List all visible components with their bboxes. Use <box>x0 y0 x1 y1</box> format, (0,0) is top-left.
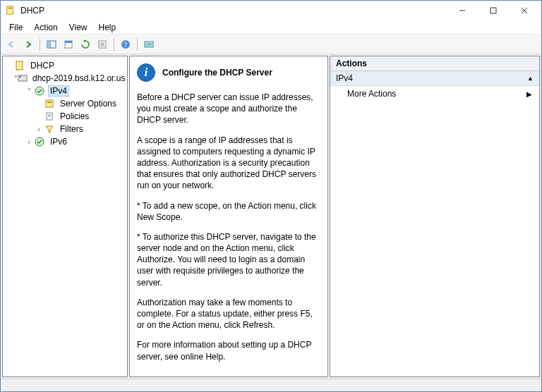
details-paragraph: * To add a new scope, on the Action menu… <box>137 200 318 223</box>
refresh-button[interactable] <box>78 37 93 52</box>
toolbar-separator <box>40 38 40 51</box>
help-button[interactable]: ? <box>118 37 133 52</box>
app-icon <box>5 5 16 16</box>
policies-icon <box>44 111 55 122</box>
menu-bar: File Action View Help <box>1 20 541 35</box>
tree-policies[interactable]: Policies <box>4 110 126 123</box>
tree-label: Policies <box>58 111 91 122</box>
title-bar: DHCP <box>1 1 541 20</box>
svg-rect-19 <box>16 61 23 70</box>
details-title: Configure the DHCP Server <box>162 68 272 78</box>
filters-icon <box>44 123 55 135</box>
tree-label: Server Options <box>58 98 119 109</box>
tree-root-dhcp[interactable]: DHCP <box>4 59 126 72</box>
details-paragraph: Authorization may take a few moments to … <box>137 297 318 331</box>
menu-action[interactable]: Action <box>28 21 63 34</box>
action-more-actions[interactable]: More Actions ▶ <box>330 86 539 102</box>
tree-ipv4[interactable]: ˅ IPv4 <box>4 85 126 97</box>
tree-label: DHCP <box>28 60 56 71</box>
menu-view[interactable]: View <box>64 21 93 34</box>
submenu-arrow-icon: ▶ <box>526 90 532 98</box>
expand-icon[interactable]: › <box>34 125 44 133</box>
window-buttons <box>447 1 540 20</box>
toolbar: ? <box>1 35 541 54</box>
actions-section-label: IPv4 <box>336 73 353 83</box>
collapse-icon: ▲ <box>527 75 534 82</box>
maximize-button[interactable] <box>478 1 509 20</box>
details-pane: i Configure the DHCP Server Before a DHC… <box>129 56 328 377</box>
tree-label: IPv4 <box>48 85 69 97</box>
show-hide-tree-button[interactable] <box>44 37 59 52</box>
svg-rect-0 <box>7 6 13 13</box>
manage-button[interactable] <box>141 37 157 52</box>
menu-file[interactable]: File <box>4 21 28 34</box>
details-header: i Configure the DHCP Server <box>137 63 318 82</box>
export-list-button[interactable] <box>95 37 110 52</box>
tree-label: dhcp-2019.bsd.k12.or.us <box>30 73 127 84</box>
svg-text:?: ? <box>124 41 128 49</box>
expand-icon[interactable]: › <box>24 138 34 146</box>
collapse-icon[interactable]: ˅ <box>24 87 34 95</box>
toolbar-separator <box>137 38 138 51</box>
ipv6-icon <box>34 136 45 147</box>
server-options-icon <box>44 98 55 109</box>
details-body: Before a DHCP server can issue IP addres… <box>137 92 318 362</box>
ipv4-icon <box>34 85 45 97</box>
svg-rect-18 <box>146 43 152 46</box>
svg-rect-1 <box>8 7 12 8</box>
actions-section-ipv4[interactable]: IPv4 ▲ <box>330 71 539 86</box>
menu-help[interactable]: Help <box>93 21 122 34</box>
tree-server[interactable]: ˅ dhcp-2019.bsd.k12.or.us <box>4 72 126 85</box>
details-paragraph: A scope is a range of IP addresses that … <box>137 135 318 192</box>
details-paragraph: Before a DHCP server can issue IP addres… <box>137 92 318 126</box>
svg-rect-3 <box>490 8 496 13</box>
status-bar <box>1 379 541 391</box>
tree-label: Filters <box>58 123 85 135</box>
toolbar-separator <box>114 38 114 51</box>
dhcp-icon <box>14 60 25 71</box>
tree: DHCP ˅ dhcp-2019.bsd.k12.or.us ˅ IPv4 Se… <box>4 59 126 148</box>
svg-rect-21 <box>19 76 21 78</box>
tree-server-options[interactable]: Server Options <box>4 97 126 110</box>
svg-rect-23 <box>46 100 53 107</box>
properties-button[interactable] <box>61 37 76 52</box>
info-icon: i <box>137 63 155 82</box>
tree-ipv6[interactable]: › IPv6 <box>4 135 126 148</box>
window-title: DHCP <box>20 6 447 16</box>
details-paragraph: * To authorize this DHCP server, navigat… <box>137 231 318 288</box>
tree-pane: DHCP ˅ dhcp-2019.bsd.k12.or.us ˅ IPv4 Se… <box>2 56 128 377</box>
content-area: DHCP ˅ dhcp-2019.bsd.k12.or.us ˅ IPv4 Se… <box>1 54 541 379</box>
close-button[interactable] <box>509 1 540 20</box>
svg-rect-8 <box>48 42 49 47</box>
action-label: More Actions <box>347 89 396 99</box>
tree-label: IPv6 <box>48 136 69 147</box>
svg-rect-24 <box>47 102 52 103</box>
back-button[interactable] <box>4 37 19 52</box>
forward-button[interactable] <box>20 37 36 52</box>
actions-header: Actions <box>330 56 539 71</box>
actions-pane: Actions IPv4 ▲ More Actions ▶ <box>330 56 540 377</box>
svg-rect-10 <box>65 41 72 43</box>
details-paragraph: For more information about setting up a … <box>137 339 318 362</box>
tree-filters[interactable]: › Filters <box>4 123 126 135</box>
minimize-button[interactable] <box>447 1 478 20</box>
server-icon <box>18 73 28 84</box>
